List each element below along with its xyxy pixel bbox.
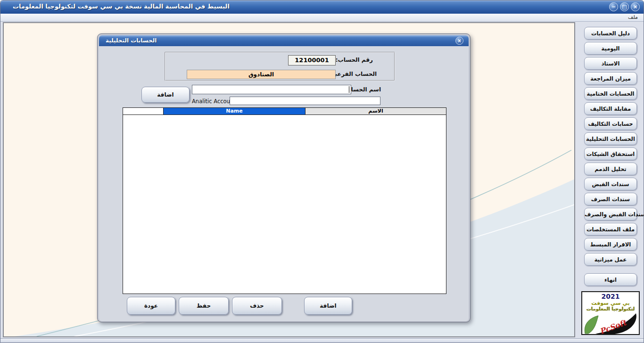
dialog-title: الحسابات التحليلية [106,37,157,44]
account-name-input[interactable] [192,85,351,94]
sidebar-button-cheques-due[interactable]: استحقاق الشيكات [584,147,637,160]
table-header-name-ar[interactable]: الاسم [305,108,446,114]
logo-tagline: لتكنولوجيا المعلومات [582,306,639,311]
app-title: البسيط في المحاسبة المالية نسخة بي سي سو… [13,3,230,10]
sidebar-button-receivables-analysis[interactable]: تحليل الذمم [584,163,637,175]
logo-company-name: بي سي سوفت [582,300,639,306]
sidebar-button-cost-matching[interactable]: مقابلة التكاليف [584,102,637,115]
window-bottom-edge [0,338,644,343]
sidebar-button-receipt-vouchers[interactable]: سندات القبض [584,178,637,190]
sidebar-button-cost-accounts[interactable]: حسابات التكاليف [584,117,637,130]
sidebar-button-ledger[interactable]: الاستاذ [584,57,637,70]
maximize-icon[interactable]: □ [620,2,629,11]
sidebar-navigation: دليل الحسابات اليومية الاستاذ ميزان المر… [577,22,644,338]
analytic-accounts-table[interactable]: Name الاسم [123,107,446,294]
window-controls: − □ × [609,2,640,11]
account-info-groupbox: رقم الحساب: 12100001 الحساب الفرعي: الصن… [165,52,395,81]
analytic-account-input[interactable] [230,97,380,105]
analytical-accounts-dialog: الحسابات التحليلية × رقم الحساب: 1210000… [97,33,471,322]
sidebar-button-simplified-declaration[interactable]: الاقرار المبسط [584,238,637,251]
dialog-titlebar: الحسابات التحليلية × [99,35,469,46]
sidebar-button-extracts-file[interactable]: ملف المستخلصات [584,223,637,236]
add-analytic-button[interactable]: اضافة [141,87,190,103]
main-workspace: الحسابات التحليلية × رقم الحساب: 1210000… [3,22,575,337]
add-button[interactable]: اضافة [304,297,352,315]
table-header-name-en[interactable]: Name [164,108,305,114]
dialog-close-icon[interactable]: × [455,37,463,45]
table-header-selector-column [123,108,164,114]
save-button[interactable]: حفظ [179,297,229,315]
dialog-body: رقم الحساب: 12100001 الحساب الفرعي: الصن… [99,46,469,321]
sidebar-button-receipt-payment-vouchers[interactable]: سندات القبض والصرف [584,208,637,220]
app-titlebar: البسيط في المحاسبة المالية نسخة بي سي سو… [0,0,644,14]
delete-button[interactable]: حذف [232,297,282,315]
sub-account-label: الحساب الفرعي: [330,71,377,77]
sidebar-button-payment-vouchers[interactable]: سندات الصرف [584,193,637,205]
sidebar-button-make-budget[interactable]: عمل ميزانية [584,253,637,266]
app-window: البسيط في المحاسبة المالية نسخة بي سي سو… [0,0,644,343]
logo-flag-art: PcSoft [582,310,639,334]
sidebar-button-chart-of-accounts[interactable]: دليل الحسابات [584,27,637,40]
sidebar-button-analytical-accounts[interactable]: الحسابات التحليلية [584,132,637,145]
logo-year: 2021 [582,293,639,300]
sidebar-button-exit[interactable]: انهاء [584,273,637,286]
minimize-icon[interactable]: − [609,2,618,11]
sidebar-button-journal[interactable]: اليومية [584,42,637,55]
back-button[interactable]: عودة [127,297,175,315]
menu-bar: ملف [0,14,644,22]
sub-account-value: الصنادوق [187,70,336,79]
account-number-label: رقم الحساب: [336,57,373,63]
text-caret [349,86,349,93]
close-icon[interactable]: × [631,2,640,11]
sidebar-button-trial-balance[interactable]: ميزان المراجعة [584,72,637,85]
table-header-row: Name الاسم [123,108,446,115]
menu-file[interactable]: ملف [628,14,638,20]
account-number-value: 12100001 [288,55,336,65]
company-logo: 2021 بي سي سوفت لتكنولوجيا المعلومات PcS… [581,291,640,335]
sidebar-button-final-accounts[interactable]: الحسابات الختامية [584,87,637,100]
